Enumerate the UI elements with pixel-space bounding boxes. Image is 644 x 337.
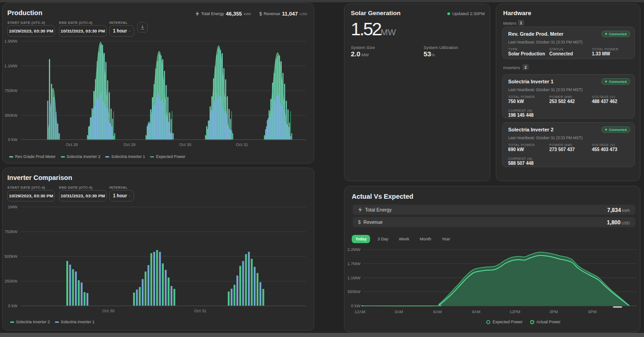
svg-text:500kW: 500kW	[5, 254, 18, 259]
svg-text:550kW: 550kW	[348, 289, 361, 294]
svg-text:3AM: 3AM	[394, 310, 403, 314]
svg-text:6PM: 6PM	[588, 310, 597, 314]
svg-text:12AM: 12AM	[354, 310, 365, 314]
svg-text:3PM: 3PM	[549, 310, 558, 314]
svg-text:250kW: 250kW	[5, 279, 18, 283]
svg-text:1.1MW: 1.1MW	[347, 276, 360, 280]
svg-text:6AM: 6AM	[433, 310, 442, 314]
svg-text:2.2MW: 2.2MW	[347, 247, 360, 252]
svg-text:750kW: 750kW	[5, 229, 18, 234]
svg-text:9AM: 9AM	[472, 310, 481, 314]
svg-text:1.7MW: 1.7MW	[347, 261, 360, 266]
svg-text:12PM: 12PM	[510, 310, 521, 314]
svg-text:0 kW: 0 kW	[351, 304, 360, 308]
svg-text:0 kW: 0 kW	[8, 304, 17, 308]
svg-text:1MW: 1MW	[8, 205, 18, 209]
svg-text:Oct 30: Oct 30	[102, 309, 115, 313]
svg-text:Oct 31: Oct 31	[194, 309, 207, 313]
